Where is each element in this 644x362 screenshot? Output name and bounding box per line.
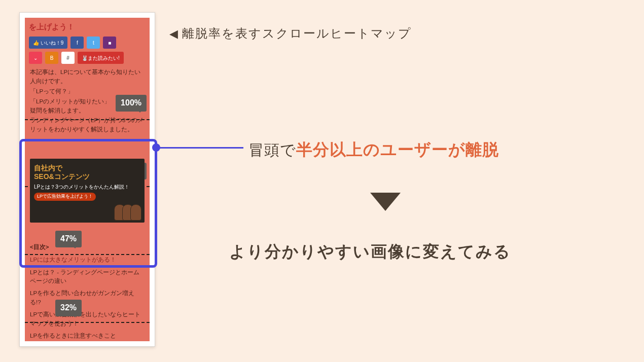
person-icon <box>130 204 141 221</box>
twitter-icon[interactable]: t <box>87 37 100 49</box>
facebook-like-button[interactable]: 👍 いいね！9 <box>29 37 67 49</box>
scroll-line <box>25 119 150 120</box>
article-thumbnail: 自社内で SEO&コンテンツ LPとは？3つのメリットをかんたん解説！ LPで広… <box>30 159 145 223</box>
annotation-line-1: 冒頭で半分以上のユーザーが離脱 <box>248 139 499 161</box>
scroll-percent-100: 100% <box>116 95 147 112</box>
facebook-icon[interactable]: f <box>70 37 84 49</box>
hatena-icon[interactable]: B <box>45 52 58 64</box>
article-title: を上げよう！ <box>25 18 150 34</box>
toc-header: <目次> <box>30 243 145 252</box>
arrow-down-icon <box>370 193 401 211</box>
thumb-title-a: 自社内で <box>34 164 140 172</box>
people-graphic <box>117 204 141 221</box>
slack-icon[interactable]: # <box>61 52 75 64</box>
caption-text: 離脱率を表すスクロールヒートマップ <box>182 26 412 40</box>
toc-item[interactable]: LPを作ると問い合わせがガンガン増える!? <box>30 287 145 309</box>
toc-item[interactable]: LPを作るときに注意すべきこと <box>30 330 145 342</box>
scroll-line <box>25 322 150 323</box>
bookmark-icon[interactable]: ■ <box>103 37 116 49</box>
annotation-prefix: 冒頭で <box>248 141 296 158</box>
intro-line: 本記事は、LPについて基本から知りたい人向けです。 <box>30 68 145 86</box>
triangle-left-icon: ◀ <box>169 27 179 41</box>
thumb-subtitle: LPとは？3つのメリットをかんたん解説！ <box>34 183 140 191</box>
toc-item[interactable]: LPとは？ - ランディングページとホームページの違い <box>30 267 145 288</box>
table-of-contents: <目次> LPには大きなメリットがある！ LPとは？ - ランディングページとホ… <box>30 243 145 341</box>
thumb-title-b: SEO&コンテンツ <box>34 172 140 181</box>
annotation-line-2: より分かりやすい画像に変えてみる <box>229 241 511 263</box>
thumb-badge: LPで広告効果を上げよう！ <box>34 193 96 201</box>
svg-marker-0 <box>370 193 401 211</box>
heatmap-screenshot-frame: を上げよう！ 👍 いいね！9 f t ■ ⌄ B # 🐰また読みたい! 本記事は… <box>19 12 155 347</box>
scroll-percent-32: 32% <box>55 300 82 316</box>
caption-top: ◀離脱率を表すスクロールヒートマップ <box>169 25 412 42</box>
connector-line <box>157 147 243 149</box>
share-row-1: 👍 いいね！9 f t ■ <box>25 34 150 50</box>
pocket-icon[interactable]: ⌄ <box>29 52 42 64</box>
heatmap-content: を上げよう！ 👍 いいね！9 f t ■ ⌄ B # 🐰また読みたい! 本記事は… <box>25 18 150 341</box>
annotation-emphasis: 半分以上のユーザーが離脱 <box>296 140 499 159</box>
read-again-button[interactable]: 🐰また読みたい! <box>78 52 124 64</box>
toc-item[interactable]: LPには大きなメリットがある！ <box>30 254 145 267</box>
toc-item[interactable]: LPで高い広告効果を出したいならヒートマップを使おう！ <box>30 309 145 330</box>
share-row-2: ⌄ B # 🐰また読みたい! <box>25 50 150 65</box>
